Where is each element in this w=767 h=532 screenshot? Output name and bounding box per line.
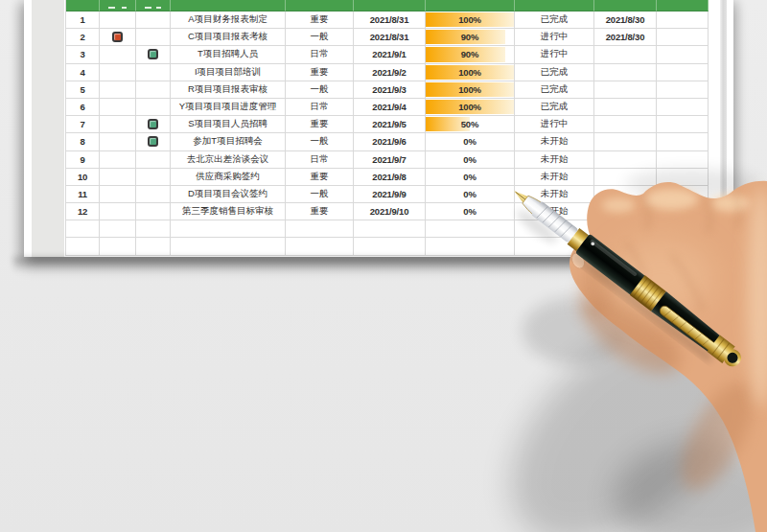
task-name-cell: 供应商采购签约 xyxy=(171,169,286,186)
status-cell: 进行中 xyxy=(515,29,594,46)
flag-cell-urgent xyxy=(100,64,136,81)
spreadsheet-table: 1A项目财务报表制定重要2021/8/31100%已完成2021/8/302C项… xyxy=(65,0,709,256)
progress-percent-label: 50% xyxy=(461,119,478,129)
progress-cell: 100% xyxy=(426,99,515,116)
finish-date-cell xyxy=(594,64,657,81)
flag-cell-urgent xyxy=(100,220,136,238)
flag-cell-routine xyxy=(136,64,171,81)
row-number-cell: 12 xyxy=(66,203,100,220)
pen-clip xyxy=(658,304,720,355)
progress-percent-label: 0% xyxy=(463,136,476,147)
finish-date-cell xyxy=(594,220,657,238)
status-cell: 未开始 xyxy=(515,133,594,150)
start-date-cell: 2021/9/3 xyxy=(354,81,426,99)
progress-cell: 100% xyxy=(426,64,515,81)
extra-cell xyxy=(657,99,709,116)
status-cell: 未开始 xyxy=(515,203,594,220)
flag-cell-urgent xyxy=(100,186,136,203)
flag-cell-routine xyxy=(136,81,171,99)
table-row: 6Y项目项目项目进度管理日常2021/9/4100%已完成 xyxy=(66,99,709,116)
header-cell xyxy=(515,0,594,12)
task-name-cell: Y项目项目项目进度管理 xyxy=(171,99,286,116)
green-flag-icon xyxy=(148,119,158,129)
paper-sheet: 1A项目财务报表制定重要2021/8/31100%已完成2021/8/302C项… xyxy=(24,0,733,257)
pen-tail-cap xyxy=(720,346,744,370)
pen-tail-ring xyxy=(707,335,734,363)
extra-cell xyxy=(657,64,709,81)
table-row: 5R项目项目报表审核一般2021/9/3100%已完成 xyxy=(66,81,709,99)
progress-cell: 50% xyxy=(426,116,515,133)
pen-center-band xyxy=(630,275,666,312)
start-date-cell: 2021/9/5 xyxy=(354,116,426,133)
table-row: 9去北京出差洽谈会议日常2021/9/70%未开始 xyxy=(66,151,709,169)
finish-date-cell: 2021/8/30 xyxy=(594,29,657,46)
table-row: 7S项目项目人员招聘重要2021/9/550%进行中 xyxy=(66,116,709,133)
progress-percent-label: 90% xyxy=(461,32,478,42)
progress-percent-label: 0% xyxy=(463,206,476,217)
table-row: 2C项目项目报表考核一般2021/8/3190%进行中2021/8/30 xyxy=(66,29,709,46)
progress-percent-label: 100% xyxy=(458,67,481,78)
flag-cell-routine xyxy=(136,220,171,238)
progress-percent-label: 90% xyxy=(461,49,478,59)
table-row xyxy=(66,220,709,238)
paper-left-margin xyxy=(32,0,64,257)
start-date-cell: 2021/8/31 xyxy=(354,12,426,29)
finish-date-cell xyxy=(594,169,657,186)
row-number-cell: 5 xyxy=(66,81,100,99)
flag-cell-routine xyxy=(136,151,171,169)
flag-cell-routine xyxy=(136,186,171,203)
row-number-cell: 8 xyxy=(66,133,100,150)
priority-cell xyxy=(286,238,354,255)
flag-cell-urgent xyxy=(100,238,136,255)
priority-cell: 一般 xyxy=(286,81,354,99)
table-row: 8参加T项目招聘会一般2021/9/60%未开始 xyxy=(66,133,709,150)
red-flag-icon xyxy=(112,32,123,42)
priority-cell: 重要 xyxy=(286,203,354,220)
finish-date-cell xyxy=(594,133,657,150)
task-name-cell: R项目项目报表审核 xyxy=(171,81,286,99)
priority-cell: 一般 xyxy=(286,29,354,46)
task-name-cell xyxy=(171,220,286,238)
header-cell xyxy=(136,0,171,12)
progress-percent-label: 0% xyxy=(463,172,476,182)
start-date-cell: 2021/9/6 xyxy=(354,133,426,150)
status-cell: 已完成 xyxy=(515,99,594,116)
header-cell xyxy=(426,0,515,12)
priority-cell: 重要 xyxy=(286,64,354,81)
status-cell: 未开始 xyxy=(515,169,594,186)
scene: 1A项目财务报表制定重要2021/8/31100%已完成2021/8/302C项… xyxy=(0,0,767,532)
task-name-cell: 去北京出差洽谈会议 xyxy=(171,151,286,169)
start-date-cell: 2021/8/31 xyxy=(354,29,426,46)
start-date-cell: 2021/9/7 xyxy=(354,151,426,169)
flag-cell-urgent xyxy=(100,169,136,186)
row-number-cell: 9 xyxy=(66,151,100,169)
table-row: 10供应商采购签约重要2021/9/80%未开始 xyxy=(66,169,709,186)
status-cell: 进行中 xyxy=(515,46,594,63)
status-cell xyxy=(515,238,594,255)
start-date-cell xyxy=(354,220,426,238)
extra-cell xyxy=(657,238,709,255)
flag-cell-routine xyxy=(136,46,171,63)
extra-cell xyxy=(657,169,709,186)
finish-date-cell xyxy=(594,203,657,220)
flag-cell-routine xyxy=(136,116,171,133)
table-row: 11D项目项目会议签约一般2021/9/90%未开始 xyxy=(66,186,709,203)
finish-date-cell xyxy=(594,99,657,116)
priority-cell: 日常 xyxy=(286,46,354,63)
status-cell: 已完成 xyxy=(515,64,594,81)
priority-cell: 重要 xyxy=(286,12,354,29)
start-date-cell xyxy=(354,238,426,255)
green-flag-icon xyxy=(148,49,158,59)
priority-cell: 重要 xyxy=(286,169,354,186)
flag-cell-urgent xyxy=(100,12,136,29)
progress-cell xyxy=(426,238,515,255)
task-name-cell: T项目招聘人员 xyxy=(171,46,286,63)
flag-cell-urgent xyxy=(100,203,136,220)
table-row: 12第三季度销售目标审核重要2021/9/100%未开始 xyxy=(66,203,709,220)
progress-cell: 100% xyxy=(426,12,515,29)
flag-cell-urgent xyxy=(100,151,136,169)
row-number-cell: 7 xyxy=(66,116,100,133)
progress-cell: 90% xyxy=(426,29,515,46)
task-name-cell: I项目项目部培训 xyxy=(171,64,286,81)
progress-cell: 100% xyxy=(426,81,515,99)
